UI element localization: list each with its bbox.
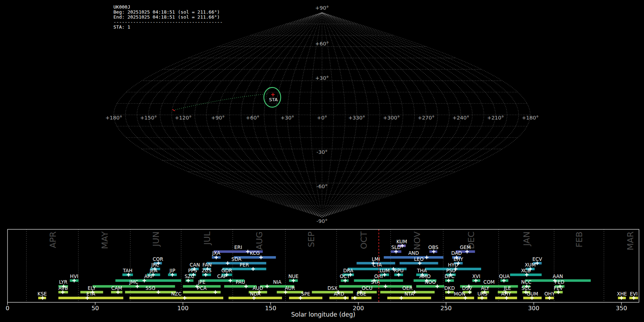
- lon-label: +330°: [348, 115, 365, 121]
- shower-label: JRC: [151, 262, 159, 268]
- shower-label: NUE: [288, 273, 299, 279]
- shower-label: XHE: [617, 291, 627, 297]
- shower-label: EVI: [630, 291, 638, 297]
- shower-bar: [384, 256, 444, 259]
- shower-label: NIA: [273, 279, 282, 285]
- shower-bar: [206, 262, 266, 264]
- shower-bar: [116, 279, 181, 282]
- shower-label: NDA: [250, 291, 261, 297]
- shower-label: THA: [416, 268, 427, 273]
- lon-label: +270°: [418, 115, 434, 121]
- trail-start-tick: [172, 109, 175, 111]
- shower-label: DSV: [462, 285, 472, 291]
- shower-bar: [387, 297, 431, 299]
- shower-label: ARD: [334, 291, 344, 297]
- shower-label: EHY: [454, 256, 464, 262]
- shower-label: OHY: [544, 291, 555, 297]
- shower-label: JEA: [149, 268, 158, 273]
- shower-label: CAP: [217, 273, 227, 279]
- shower-label: DAD: [451, 250, 462, 256]
- month-label: APR: [48, 231, 58, 248]
- shower-label: AUR: [285, 285, 295, 291]
- lat-label: -30°: [317, 149, 328, 155]
- shower-label: OCT: [340, 273, 350, 279]
- shower-bar: [224, 285, 257, 288]
- shower-bar: [93, 285, 175, 288]
- shower-label: PCA: [197, 285, 207, 291]
- shower-label: AND: [408, 250, 419, 256]
- lon-label: +60°: [246, 115, 259, 121]
- shower-label: FAN: [203, 262, 212, 268]
- shower-label: JPE: [198, 279, 206, 285]
- shower-label: LUM: [380, 268, 390, 273]
- shower-label: NOO: [425, 279, 436, 285]
- shower-label: CAN: [190, 262, 200, 268]
- shower-label: JLE: [503, 285, 511, 291]
- info-block: UK000JBeg: 20251025 04:18:51 (sol = 211.…: [113, 5, 223, 30]
- shower-label: EGE: [356, 291, 366, 297]
- end-time: End: 20251025 04:18:51 (sol = 211.66°): [113, 15, 223, 20]
- shower-label: TAH: [123, 268, 133, 273]
- shower-label: GUM: [527, 291, 538, 297]
- shower-label: SCC: [521, 285, 531, 291]
- shower-label: XCB: [521, 268, 531, 273]
- shower-label: PSU: [446, 268, 456, 273]
- shower-label: XUM: [525, 262, 536, 268]
- lon-label: +90°: [211, 115, 225, 121]
- shower-label: ECV: [532, 256, 542, 262]
- shower-bar: [130, 297, 223, 299]
- grid-meridian: [229, 13, 322, 217]
- shower-bar: [289, 297, 322, 299]
- camera-code: UK000J: [113, 5, 223, 10]
- shower-label: SDA: [231, 256, 242, 262]
- lat-label: -90°: [317, 218, 328, 224]
- lat-label: -60°: [317, 184, 328, 189]
- shower-label: GEM: [460, 244, 471, 250]
- shower-label: DRA: [343, 268, 353, 273]
- lon-label: +150°: [140, 115, 157, 121]
- shower-label: ZCS: [202, 268, 211, 273]
- beg-time: Beg: 20251025 04:18:51 (sol = 211.66°): [113, 10, 223, 15]
- shower-label: HVI: [70, 273, 78, 279]
- shower-label: JMC: [129, 279, 138, 285]
- shower-bar: [445, 297, 474, 299]
- shower-bar: [58, 297, 123, 299]
- shower-label: OBS: [428, 244, 438, 250]
- month-label: MAR: [625, 231, 635, 250]
- shower-bar: [277, 291, 303, 293]
- shower-label: PPS: [188, 268, 197, 273]
- app-root: +180°+150°+120°+90°+60°+30°+0°+330°+300°…: [0, 0, 644, 322]
- lon-label: +210°: [487, 115, 504, 121]
- month-label: JUL: [202, 231, 212, 245]
- shower-label: KSE: [38, 291, 47, 297]
- month-label: OCT: [359, 231, 369, 249]
- shower-label: KCG: [250, 250, 260, 256]
- lon-label: +120°: [175, 115, 191, 121]
- shower-label: KUM: [396, 239, 407, 244]
- shower-label: SLD: [391, 244, 401, 250]
- shower-label: AUD: [253, 285, 263, 291]
- shower-bar: [416, 285, 444, 288]
- shower-label: ERI: [234, 244, 242, 250]
- shower-label: CAM: [111, 285, 122, 291]
- month-label: AUG: [254, 231, 264, 250]
- grid-meridian: [137, 13, 322, 217]
- month-label: FEB: [574, 231, 584, 248]
- plot-canvas: +180°+150°+120°+90°+60°+30°+0°+330°+300°…: [0, 0, 644, 322]
- separator-line: ---------------------------------------: [113, 20, 223, 25]
- shower-label: COR: [153, 256, 163, 262]
- shower-label: ALY: [481, 285, 489, 291]
- month-label: JUN: [151, 231, 161, 247]
- shower-label: URS: [478, 291, 488, 297]
- shower-label: LEO: [414, 256, 424, 262]
- shower-label: XVI: [472, 273, 480, 279]
- shower-label: DKD: [444, 285, 455, 291]
- shower-label: FEV: [554, 285, 563, 291]
- shower-label: ETA: [86, 291, 96, 297]
- shower-label: PER: [240, 262, 249, 268]
- lon-label: +180°: [105, 115, 122, 121]
- lon-label: +0°: [317, 115, 327, 121]
- shower-label: SZC: [185, 273, 194, 279]
- radiant-label: STA: [269, 97, 278, 102]
- lat-label: +90°: [315, 5, 329, 11]
